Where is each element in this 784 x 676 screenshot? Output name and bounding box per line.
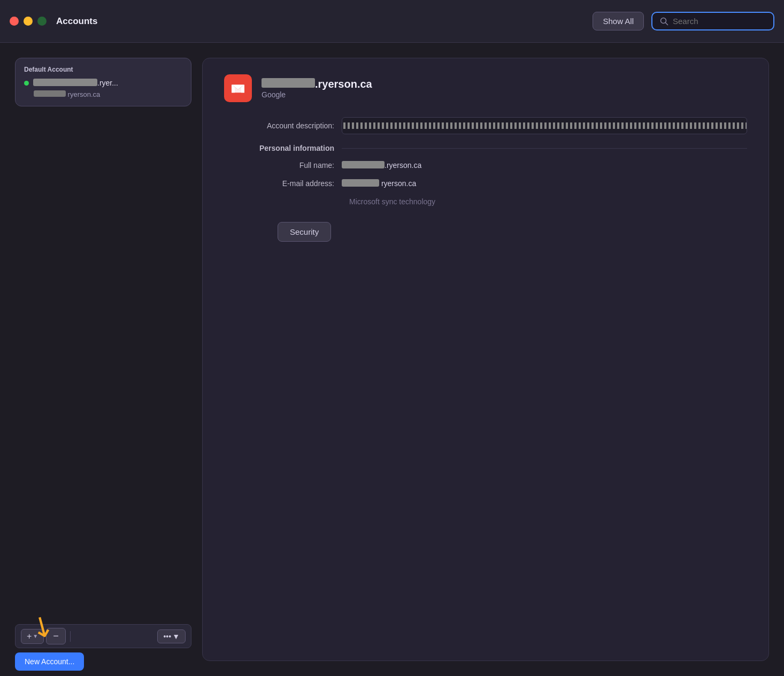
search-box (651, 12, 774, 30)
toolbar-bar: + ▼ − ••• ▼ (15, 624, 191, 648)
blurred-email-addr (342, 179, 379, 187)
toolbar-separator (70, 631, 71, 642)
default-account-label: Default Account (24, 66, 182, 73)
online-indicator (24, 81, 29, 86)
gmail-icon (224, 74, 252, 102)
add-account-button[interactable]: + ▼ (21, 629, 44, 644)
account-card[interactable]: Default Account .ryer... ryerson.ca (15, 58, 191, 106)
new-account-button[interactable]: New Account... (15, 652, 84, 671)
blurred-name (33, 79, 97, 86)
search-icon (660, 17, 668, 26)
show-all-button[interactable]: Show All (593, 12, 644, 30)
traffic-lights (10, 17, 47, 26)
main-content: Default Account .ryer... ryerson.ca ↘ (0, 43, 784, 676)
detail-header: .ryerson.ca Google (224, 74, 747, 102)
minimize-button[interactable] (24, 17, 33, 26)
account-sub-row: ryerson.ca (34, 90, 182, 98)
search-input[interactable] (673, 17, 766, 26)
blurred-fullname (342, 161, 385, 168)
svg-line-1 (666, 22, 668, 25)
detail-provider: Google (262, 90, 372, 99)
sidebar-spacer (15, 112, 191, 624)
email-address-value: ryerson.ca (342, 179, 416, 188)
security-button[interactable]: Security (278, 222, 331, 242)
account-description-input[interactable] (342, 117, 747, 134)
sidebar: Default Account .ryer... ryerson.ca ↘ (15, 58, 191, 676)
more-options-button[interactable]: ••• ▼ (157, 629, 186, 643)
more-chevron-icon: ▼ (172, 632, 180, 641)
account-sub: ryerson.ca (34, 90, 100, 98)
account-row: .ryer... (24, 79, 182, 87)
close-button[interactable] (10, 17, 19, 26)
account-name: .ryer... (33, 79, 118, 87)
full-name-label: Full name: (224, 161, 342, 170)
section-divider (342, 148, 747, 149)
add-chevron-icon: ▼ (33, 633, 38, 639)
blurred-sub (34, 90, 66, 97)
sync-note: Microsoft sync technology (349, 197, 747, 206)
personal-info-section: Personal information (224, 144, 747, 152)
account-description-row: Account description: (224, 117, 747, 134)
remove-account-button[interactable]: − (46, 628, 66, 644)
blurred-email (262, 78, 315, 88)
detail-email: .ryerson.ca (262, 78, 372, 90)
email-address-label: E-mail address: (224, 179, 342, 188)
titlebar: Accounts Show All (0, 0, 784, 43)
detail-panel: .ryerson.ca Google Account description: … (202, 58, 769, 661)
window-title: Accounts (56, 16, 97, 27)
email-address-row: E-mail address: ryerson.ca (224, 179, 747, 188)
sidebar-bottom: ↘ + ▼ − ••• ▼ New Account... (15, 624, 191, 676)
personal-info-label: Personal information (224, 144, 342, 152)
account-info: .ryerson.ca Google (262, 78, 372, 99)
full-name-value: .ryerson.ca (342, 161, 421, 170)
full-name-row: Full name: .ryerson.ca (224, 161, 747, 170)
fullscreen-button[interactable] (37, 17, 47, 26)
account-description-label: Account description: (224, 121, 342, 130)
